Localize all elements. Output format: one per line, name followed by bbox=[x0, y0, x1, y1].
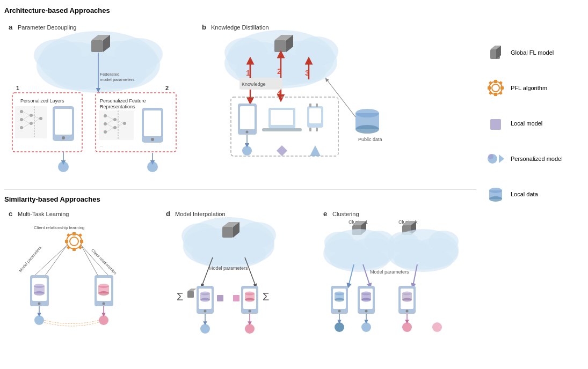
svg-text:Knowledge: Knowledge bbox=[242, 82, 266, 87]
svg-text:Model parameters: Model parameters bbox=[18, 245, 42, 273]
svg-rect-32 bbox=[55, 109, 72, 135]
arch-section: Architecture-based Approaches a Paramete… bbox=[4, 6, 476, 190]
svg-point-224 bbox=[402, 322, 412, 332]
svg-marker-155 bbox=[187, 289, 197, 291]
svg-text:Clustering: Clustering bbox=[332, 211, 359, 217]
legend-global-fl-icon bbox=[486, 43, 505, 62]
svg-point-22 bbox=[30, 122, 33, 125]
svg-text:Model parameters: Model parameters bbox=[209, 265, 248, 271]
svg-rect-110 bbox=[72, 248, 76, 251]
svg-point-128 bbox=[34, 291, 45, 296]
svg-point-59 bbox=[147, 161, 158, 172]
svg-point-33 bbox=[62, 136, 65, 139]
svg-text:Model Interpolation: Model Interpolation bbox=[175, 211, 226, 217]
svg-point-196 bbox=[429, 231, 459, 252]
legend-personalized-model: Personalized model bbox=[486, 149, 583, 168]
svg-point-242 bbox=[488, 154, 493, 159]
svg-text:Σ: Σ bbox=[177, 291, 183, 302]
svg-rect-68 bbox=[274, 40, 286, 52]
svg-rect-88 bbox=[262, 128, 302, 131]
svg-rect-92 bbox=[316, 104, 318, 107]
panel-b: b Knowledge Distillation bbox=[198, 18, 402, 185]
svg-point-21 bbox=[30, 114, 33, 117]
svg-point-134 bbox=[98, 291, 109, 296]
legend-personalized-model-icon bbox=[486, 149, 505, 168]
svg-text:model parameters: model parameters bbox=[100, 77, 134, 82]
arch-row: a Parameter Decoupling bbox=[4, 18, 476, 185]
svg-text:Federated: Federated bbox=[100, 72, 119, 77]
panel-a: a Parameter Decoupling bbox=[4, 18, 198, 185]
svg-text:1: 1 bbox=[16, 85, 19, 91]
svg-text:Public data: Public data bbox=[358, 137, 382, 142]
right-legend: Global FL model PFL algorithm bbox=[481, 0, 588, 369]
svg-point-220 bbox=[335, 322, 344, 332]
svg-point-136 bbox=[34, 315, 44, 325]
main-container: Architecture-based Approaches a Paramete… bbox=[0, 0, 588, 369]
svg-rect-94 bbox=[316, 128, 318, 131]
svg-point-66 bbox=[224, 38, 267, 68]
svg-marker-97 bbox=[277, 145, 287, 156]
legend-local-data-label: Local data bbox=[511, 191, 538, 197]
svg-text:c: c bbox=[9, 210, 12, 218]
svg-text:Personalized Layers: Personalized Layers bbox=[20, 98, 64, 104]
legend-pfl-label: PFL algorithm bbox=[511, 85, 547, 91]
legend-local-model-icon bbox=[486, 114, 505, 133]
svg-point-18 bbox=[20, 110, 23, 113]
svg-point-158 bbox=[204, 310, 207, 313]
svg-rect-231 bbox=[494, 80, 497, 83]
svg-point-146 bbox=[238, 222, 276, 248]
svg-point-168 bbox=[245, 298, 255, 302]
svg-rect-236 bbox=[499, 81, 503, 85]
svg-marker-241 bbox=[499, 154, 504, 163]
svg-point-206 bbox=[335, 298, 344, 302]
svg-rect-112 bbox=[80, 240, 83, 243]
legend-local-model-label: Local model bbox=[511, 120, 542, 127]
svg-line-103 bbox=[326, 79, 355, 117]
svg-point-23 bbox=[39, 117, 42, 120]
svg-rect-91 bbox=[309, 104, 311, 107]
svg-rect-113 bbox=[67, 233, 70, 237]
svg-point-57 bbox=[151, 138, 154, 141]
svg-point-172 bbox=[200, 324, 210, 334]
arch-title: Architecture-based Approaches bbox=[4, 6, 476, 14]
panel-b-diagram: b Knowledge Distillation bbox=[198, 18, 407, 184]
svg-point-209 bbox=[365, 310, 368, 313]
svg-point-222 bbox=[361, 322, 371, 332]
panel-d-diagram: d Model Interpolation bbox=[162, 206, 296, 335]
svg-rect-114 bbox=[78, 233, 82, 237]
legend-local-model: Local model bbox=[486, 114, 583, 133]
svg-text:Client relationships: Client relationships bbox=[90, 248, 118, 275]
svg-point-20 bbox=[20, 126, 23, 129]
svg-point-7 bbox=[114, 38, 163, 70]
legend-pfl: PFL algorithm bbox=[486, 78, 583, 98]
svg-point-125 bbox=[38, 302, 41, 305]
svg-point-225 bbox=[432, 322, 442, 332]
svg-point-145 bbox=[182, 223, 219, 249]
svg-text:Personalized Feature: Personalized Feature bbox=[100, 98, 146, 104]
svg-point-43 bbox=[104, 130, 107, 134]
svg-point-195 bbox=[389, 232, 419, 253]
svg-rect-154 bbox=[187, 291, 194, 298]
svg-rect-115 bbox=[67, 246, 70, 249]
svg-text:Representations: Representations bbox=[100, 104, 135, 109]
panel-e: e Clustering Cluster 1 Cluster k bbox=[319, 206, 476, 336]
svg-rect-93 bbox=[309, 128, 311, 131]
svg-text:d: d bbox=[166, 210, 170, 218]
sim-title: Similarity-based Approaches bbox=[4, 195, 476, 203]
svg-text:b: b bbox=[202, 23, 206, 31]
legend-pfl-icon bbox=[486, 78, 505, 98]
svg-rect-239 bbox=[490, 119, 501, 130]
sim-row: c Multi-Task Learning Client relationshi… bbox=[4, 206, 476, 336]
svg-text:Parameter Decoupling: Parameter Decoupling bbox=[18, 24, 76, 31]
svg-marker-98 bbox=[310, 145, 321, 156]
svg-point-42 bbox=[104, 122, 107, 126]
svg-point-174 bbox=[245, 324, 255, 334]
svg-text:a: a bbox=[9, 23, 13, 31]
svg-point-85 bbox=[246, 131, 249, 134]
svg-point-67 bbox=[295, 36, 338, 67]
legend-local-data-icon bbox=[486, 184, 505, 204]
svg-rect-169 bbox=[233, 295, 239, 301]
svg-rect-235 bbox=[489, 81, 492, 85]
legend-global-fl: Global FL model bbox=[486, 43, 583, 62]
svg-rect-233 bbox=[488, 86, 491, 90]
